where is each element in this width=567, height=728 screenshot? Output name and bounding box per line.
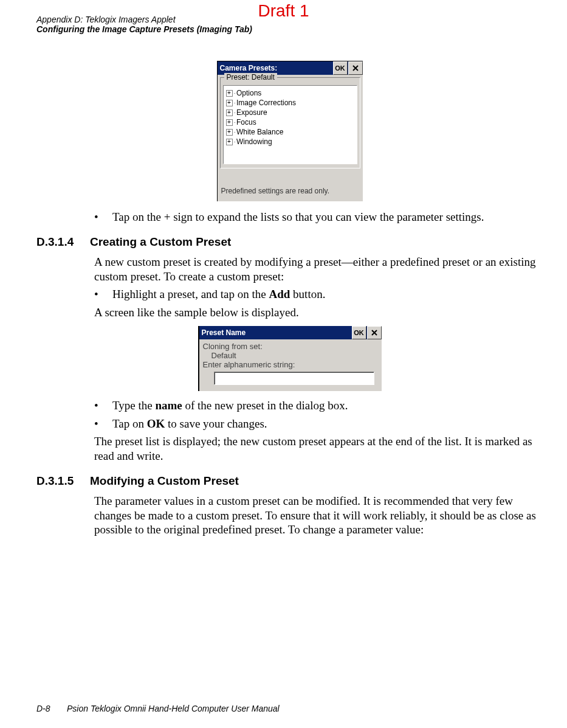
- cloning-label: Cloning from set:: [203, 342, 378, 351]
- section-heading: D.3.1.4Creating a Custom Preset: [36, 235, 543, 249]
- paragraph: A new custom preset is created by modify…: [94, 255, 543, 284]
- tree-item[interactable]: +··Focus: [225, 117, 356, 127]
- expand-icon[interactable]: +: [226, 129, 233, 136]
- close-icon: [371, 330, 377, 336]
- tree-item-label: Exposure: [236, 108, 267, 117]
- tree-item[interactable]: +··Options: [225, 88, 356, 98]
- section-title: Modifying a Custom Preset: [90, 474, 239, 487]
- bullet-item: • Highlight a preset, and tap on the Add…: [94, 287, 543, 302]
- paragraph: A screen like the sample below is displa…: [94, 305, 543, 320]
- close-icon: [352, 65, 359, 71]
- tree-item-label: Options: [236, 89, 261, 97]
- window-title: Camera Presets:: [220, 64, 278, 72]
- section-heading: D.3.1.5Modifying a Custom Preset: [36, 474, 543, 488]
- expand-icon[interactable]: +: [226, 90, 233, 97]
- preset-name-titlebar: Preset Name OK: [199, 326, 382, 339]
- preset-name-window: Preset Name OK Cloning from set: Default…: [198, 326, 382, 391]
- preset-name-input[interactable]: [214, 372, 374, 385]
- tree-item[interactable]: +··Exposure: [225, 108, 356, 117]
- bullet-marker: •: [94, 417, 112, 431]
- tree-item-label: Windowing: [236, 137, 272, 146]
- expand-icon[interactable]: +: [226, 119, 233, 126]
- preset-panel: Preset: Default +··Options +··Image Corr…: [220, 77, 360, 168]
- close-button[interactable]: [367, 326, 382, 339]
- bullet-item: • Tap on OK to save your changes.: [94, 417, 543, 431]
- cloning-value: Default: [203, 351, 378, 360]
- footer-text: Psion Teklogix Omnii Hand-Held Computer …: [67, 704, 280, 713]
- expand-icon[interactable]: +: [226, 109, 233, 116]
- paragraph: The parameter values in a custom preset …: [94, 494, 543, 537]
- bullet-marker: •: [94, 398, 112, 413]
- header-line-1: Appendix D: Teklogix Imagers Applet: [36, 15, 252, 24]
- preset-panel-label: Preset: Default: [224, 73, 277, 81]
- bullet-text: Tap on the + sign to expand the lists so…: [112, 210, 484, 224]
- expand-icon[interactable]: +: [226, 100, 233, 106]
- tree-item[interactable]: +··Image Corrections: [225, 98, 356, 108]
- bullet-text: Type the name of the new preset in the d…: [112, 398, 348, 413]
- bullet-marker: •: [94, 287, 112, 302]
- bullet-text: Highlight a preset, and tap on the Add b…: [112, 287, 325, 302]
- bullet-text: Tap on OK to save your changes.: [112, 417, 267, 431]
- bullet-marker: •: [94, 210, 112, 224]
- tree-item[interactable]: +··White Balance: [225, 127, 356, 137]
- status-text: Predefined settings are read only.: [218, 171, 363, 201]
- tree-item[interactable]: +··Windowing: [225, 137, 356, 147]
- expand-icon[interactable]: +: [226, 139, 233, 145]
- close-button[interactable]: [348, 61, 363, 75]
- paragraph: The preset list is displayed; the new cu…: [94, 434, 543, 463]
- page-content: Camera Presets: OK Preset: Default +··Op…: [36, 61, 543, 541]
- window-title: Preset Name: [202, 328, 246, 337]
- page-header: Appendix D: Teklogix Imagers Applet Conf…: [36, 15, 252, 34]
- tree-item-label: Focus: [236, 118, 256, 127]
- ok-button[interactable]: OK: [333, 61, 348, 75]
- section-title: Creating a Custom Preset: [90, 235, 231, 248]
- tree-item-label: Image Corrections: [236, 99, 296, 107]
- header-line-2: Configuring the Image Capture Presets (I…: [36, 24, 252, 34]
- preset-tree[interactable]: +··Options +··Image Corrections +··Expos…: [223, 85, 357, 164]
- section-number: D.3.1.5: [36, 474, 90, 488]
- page-number: D-8: [36, 704, 67, 713]
- camera-presets-window: Camera Presets: OK Preset: Default +··Op…: [217, 61, 363, 201]
- section-number: D.3.1.4: [36, 235, 90, 249]
- bullet-item: • Type the name of the new preset in the…: [94, 398, 543, 413]
- ok-button[interactable]: OK: [352, 326, 366, 339]
- tree-item-label: White Balance: [236, 128, 283, 136]
- enter-string-label: Enter alphanumeric string:: [203, 360, 378, 369]
- page-footer: D-8Psion Teklogix Omnii Hand-Held Comput…: [36, 704, 280, 713]
- bullet-item: • Tap on the + sign to expand the lists …: [94, 210, 543, 224]
